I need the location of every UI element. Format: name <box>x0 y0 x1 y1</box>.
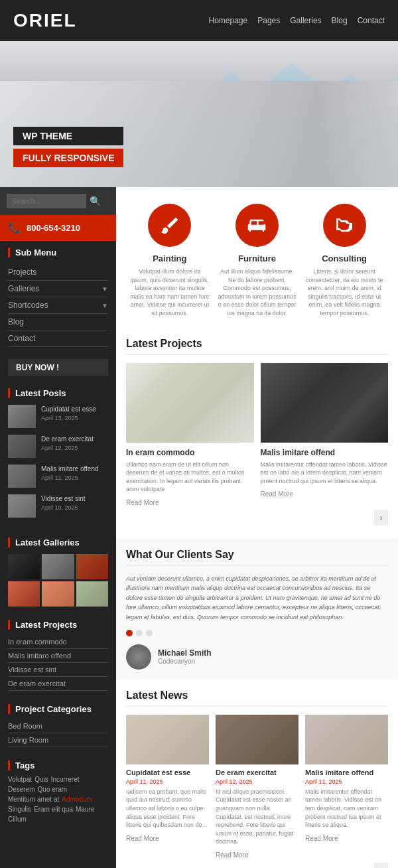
gallery-grid <box>8 554 108 607</box>
features-section: Painting Volutpat illum dolore ita ipsum… <box>116 187 398 328</box>
post-info: De eram exercitat April 12, 2025 <box>41 435 108 451</box>
menu-item-blog[interactable]: Blog <box>8 314 108 330</box>
feature-consulting: Consulting Litteris. si dolor sereunt co… <box>304 204 384 318</box>
latest-galleries-title: Latest Galleries <box>8 538 108 547</box>
paint-brush-icon <box>159 215 180 236</box>
post-thumbnail <box>8 435 36 458</box>
latest-posts-title: Latest Posls <box>8 388 108 398</box>
nav-pages[interactable]: Pages <box>257 16 280 25</box>
post-info: Cupidatat est esse April 13, 2025 <box>41 405 108 421</box>
dot[interactable] <box>146 630 153 636</box>
read-more-link[interactable]: Read More <box>126 499 254 506</box>
project-card-title: In eram commodo <box>126 448 254 457</box>
list-item[interactable]: In eram commodo <box>8 635 108 649</box>
read-more-link[interactable]: Read More <box>216 851 248 859</box>
chevron-down-icon: ▼ <box>101 302 108 309</box>
tag-item[interactable]: Admodum <box>62 796 92 803</box>
list-item[interactable]: Living Room <box>8 733 108 747</box>
armchair-icon <box>246 215 267 236</box>
carousel-next-button[interactable]: › <box>374 510 388 526</box>
tag-item[interactable]: Quo eram <box>38 786 67 793</box>
gallery-thumbnail[interactable] <box>42 554 74 579</box>
news-text: Id nisi aliquo praemissioni. Cupidatat e… <box>216 788 298 846</box>
post-title[interactable]: De eram exercitat <box>41 435 108 443</box>
dot[interactable] <box>136 630 143 636</box>
feature-furniture: Furniture Aut illum aliquo fidelissume. … <box>217 204 297 318</box>
list-item[interactable]: De eram exercitat <box>8 677 108 691</box>
logo: ORIEL <box>13 10 77 31</box>
sidebar-project-list: In eram commodo Malis imitaro offend Vid… <box>8 635 108 691</box>
gallery-thumbnail[interactable] <box>76 554 108 579</box>
feature-title: Consulting <box>304 253 384 263</box>
list-item[interactable]: Vidisse est sint <box>8 663 108 677</box>
post-info: Vidisse est sint April 10, 2025 <box>41 494 108 511</box>
gallery-thumbnail[interactable] <box>42 581 74 607</box>
latest-posts-section: Latest Posls Cupidatat est esse April 13… <box>0 382 116 531</box>
tag-item[interactable]: Deserem <box>8 786 35 793</box>
tag-item[interactable]: Quis <box>34 776 48 783</box>
nav-contact[interactable]: Contact <box>358 16 385 25</box>
menu-item-contact[interactable]: Contact <box>8 330 108 347</box>
feature-text: Litteris. si dolor sereunt consectetuer,… <box>304 267 384 318</box>
list-item[interactable]: Malis imitaro offend <box>8 649 108 663</box>
nav-blog[interactable]: Blog <box>332 16 348 25</box>
post-title[interactable]: Vidisse est sint <box>41 494 108 503</box>
latest-news-section: Latest News Cupidatat est esse April 11,… <box>116 680 398 868</box>
list-item: Cupidatat est esse April 13, 2025 <box>8 405 108 428</box>
feature-title: Painting <box>130 253 210 263</box>
phone-bar: 📞 800-654-3210 <box>0 215 116 241</box>
list-item[interactable]: Bed Room <box>8 719 108 733</box>
nav-homepage[interactable]: Homepage <box>209 16 248 25</box>
gallery-thumbnail[interactable] <box>76 581 108 607</box>
search-button[interactable]: 🔍 <box>90 196 101 206</box>
news-date: April 11, 2025 <box>305 778 388 785</box>
search-input[interactable] <box>7 194 86 208</box>
phone-icon: 📞 <box>8 222 21 234</box>
author-name: Michael Smith <box>158 648 212 658</box>
post-title[interactable]: Malis imitare offend <box>41 465 108 473</box>
news-text: Iadicem ea probant, quo malis quid aut n… <box>126 788 209 830</box>
read-more-link[interactable]: Read More <box>126 835 159 842</box>
dot-active[interactable] <box>126 630 133 636</box>
latest-projects-section: Latest Projects In eram commodo Ullamco … <box>116 328 398 539</box>
tag-item[interactable]: Mentitum amet at <box>8 796 59 803</box>
nav-galleries[interactable]: Galleries <box>290 16 321 25</box>
category-list: Bed Room Living Room <box>8 719 108 747</box>
menu-item-galleries[interactable]: Galleries▼ <box>8 281 108 297</box>
tag-item[interactable]: Maure <box>76 806 94 813</box>
sidebar-menu: Projects Galleries▼ Shortcodes▼ Blog Con… <box>8 264 108 347</box>
gallery-thumbnail[interactable] <box>8 554 40 579</box>
post-title[interactable]: Cupidatat est esse <box>41 405 108 413</box>
post-thumbnail <box>8 405 36 428</box>
search-bar: 🔍 <box>0 187 116 215</box>
news-text: Malis imitarentur offendat tamen laboris… <box>305 788 388 830</box>
menu-item-shortcodes[interactable]: Shortcodes▼ <box>8 297 108 314</box>
consulting-icon-circle <box>323 204 366 247</box>
tag-item[interactable]: Incurreret <box>51 776 80 783</box>
tag-item[interactable]: Eram elit qua <box>34 806 73 813</box>
menu-item-projects[interactable]: Projects <box>8 264 108 281</box>
feature-painting: Painting Volutpat illum dolore ita ipsum… <box>130 204 210 318</box>
read-more-link[interactable]: Read More <box>261 490 389 498</box>
sub-menu-section: Sub Menu Projects Galleries▼ Shortcodes▼… <box>0 241 116 354</box>
news-carousel-next-button[interactable]: › <box>374 863 388 868</box>
post-date: April 10, 2025 <box>41 504 108 511</box>
tag-item[interactable]: Cillum <box>8 816 27 823</box>
buy-now-button[interactable]: BUY NOW ! <box>8 359 108 376</box>
tag-item[interactable]: Singulis <box>8 806 31 813</box>
latest-galleries-section: Latest Galleries <box>0 531 116 613</box>
tags-title: Tags <box>8 760 108 770</box>
project-image <box>126 363 254 443</box>
gallery-thumbnail[interactable] <box>8 581 40 607</box>
tag-item[interactable]: Volutpat <box>8 776 32 783</box>
main-layout: 🔍 📞 800-654-3210 Sub Menu Projects Galle… <box>0 187 398 868</box>
avatar <box>126 644 151 670</box>
tags-container: Volutpat Quis Incurreret Deserem Quo era… <box>8 776 108 823</box>
header: ORIEL Homepage Pages Galleries Blog Cont… <box>0 0 398 41</box>
latest-projects-title: Latest Projects <box>126 338 388 355</box>
project-card: In eram commodo Ullamco nam eram de ut e… <box>126 363 254 506</box>
testimonials-section: What Our Clients Say Aut veniam deserunt… <box>116 539 398 680</box>
testimonial-text: Aut veniam deserunt ullamco, a enim cupi… <box>126 574 388 622</box>
latest-news-title: Latest News <box>126 689 388 707</box>
read-more-link[interactable]: Read More <box>305 835 338 842</box>
